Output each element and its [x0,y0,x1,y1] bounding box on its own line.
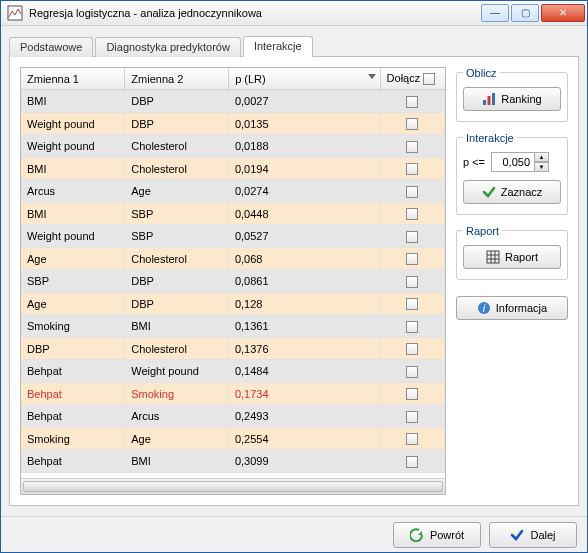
cell-zmienna1: Weight pound [21,113,125,135]
cell-zmienna1: Behpat [21,360,125,382]
cell-zmienna1: DBP [21,338,125,360]
svg-rect-1 [483,100,486,105]
row-checkbox[interactable] [406,456,418,468]
check-blue-icon [510,528,524,542]
cell-dolacz [380,383,445,405]
col-header-zmienna2[interactable]: Zmienna 2 [125,68,229,90]
cell-p: 0,1376 [228,338,379,360]
cell-dolacz [380,360,445,382]
table-row[interactable]: BehpatArcus0,2493 [21,405,445,428]
cell-dolacz [380,225,445,247]
row-checkbox[interactable] [406,433,418,445]
col-header-p[interactable]: p (LR) [229,68,380,90]
table-row[interactable]: Weight poundDBP0,0135 [21,113,445,136]
p-threshold-input[interactable] [491,152,535,172]
cell-zmienna2: DBP [125,90,229,112]
row-checkbox[interactable] [406,118,418,130]
row-checkbox[interactable] [406,96,418,108]
tab-strip: Podstawowe Diagnostyka predyktorów Inter… [9,35,579,57]
spinner-down[interactable]: ▼ [535,162,549,172]
table-row[interactable]: BehpatSmoking0,1734 [21,383,445,406]
cell-p: 0,0274 [228,180,379,202]
spinner-up[interactable]: ▲ [535,152,549,162]
legend-interakcje: Interakcje [463,132,517,144]
check-icon [482,185,496,199]
cell-dolacz [380,338,445,360]
row-checkbox[interactable] [406,253,418,265]
row-checkbox[interactable] [406,298,418,310]
row-checkbox[interactable] [406,411,418,423]
row-checkbox[interactable] [406,388,418,400]
table-row[interactable]: AgeDBP0,128 [21,293,445,316]
table-row[interactable]: Weight poundCholesterol0,0188 [21,135,445,158]
cell-zmienna2: SBP [125,203,229,225]
informacja-button[interactable]: i Informacja [456,296,568,320]
table-row[interactable]: BMICholesterol0,0194 [21,158,445,181]
row-checkbox[interactable] [406,186,418,198]
back-button[interactable]: Powrót [393,522,481,548]
cell-zmienna1: BMI [21,203,125,225]
info-icon: i [477,301,491,315]
cell-zmienna2: BMI [125,450,229,472]
next-button[interactable]: Dalej [489,522,577,548]
cell-dolacz [380,203,445,225]
cell-zmienna1: Behpat [21,383,125,405]
row-checkbox[interactable] [406,321,418,333]
scrollbar-thumb[interactable] [23,481,443,492]
col-header-dolacz[interactable]: Dołącz [380,68,445,90]
tab-diagnostyka[interactable]: Diagnostyka predyktorów [95,37,241,57]
table-row[interactable]: DBPCholesterol0,1376 [21,338,445,361]
window-buttons: — ▢ ✕ [481,4,585,22]
group-interakcje: Interakcje p <= ▲ ▼ Zaznacz [456,132,568,215]
ranking-button[interactable]: Ranking [463,87,561,111]
table-row[interactable]: AgeCholesterol0,068 [21,248,445,271]
cell-zmienna2: Age [125,180,229,202]
table-row[interactable]: SmokingAge0,2554 [21,428,445,451]
cell-p: 0,0861 [228,270,379,292]
cell-zmienna2: DBP [125,113,229,135]
table-row[interactable]: ArcusAge0,0274 [21,180,445,203]
minimize-button[interactable]: — [481,4,509,22]
cell-zmienna2: BMI [125,315,229,337]
cell-zmienna2: Cholesterol [125,248,229,270]
header-checkbox[interactable] [423,73,435,85]
row-checkbox[interactable] [406,163,418,175]
maximize-button[interactable]: ▢ [511,4,539,22]
tab-interakcje[interactable]: Interakcje [243,36,313,57]
svg-rect-3 [492,93,495,105]
table-row[interactable]: SmokingBMI0,1361 [21,315,445,338]
p-threshold-label: p <= [463,156,485,168]
legend-oblicz: Oblicz [463,67,500,79]
cell-p: 0,3099 [228,450,379,472]
table-row[interactable]: BehpatBMI0,3099 [21,450,445,473]
row-checkbox[interactable] [406,231,418,243]
row-checkbox[interactable] [406,276,418,288]
p-threshold-spinner[interactable]: ▲ ▼ [491,152,549,172]
raport-button[interactable]: Raport [463,245,561,269]
table-row[interactable]: SBPDBP0,0861 [21,270,445,293]
cell-p: 0,0027 [228,90,379,112]
table-row[interactable]: BMISBP0,0448 [21,203,445,226]
table-row[interactable]: Weight poundSBP0,0527 [21,225,445,248]
svg-rect-2 [488,96,491,105]
cell-dolacz [380,90,445,112]
col-header-zmienna1[interactable]: Zmienna 1 [21,68,125,90]
row-checkbox[interactable] [406,141,418,153]
table-row[interactable]: BehpatWeight pound0,1484 [21,360,445,383]
cell-dolacz [380,135,445,157]
cell-p: 0,0194 [228,158,379,180]
zaznacz-button[interactable]: Zaznacz [463,180,561,204]
sort-indicator-asc-icon [368,74,376,79]
close-button[interactable]: ✕ [541,4,585,22]
row-checkbox[interactable] [406,366,418,378]
cell-zmienna1: SBP [21,270,125,292]
row-checkbox[interactable] [406,343,418,355]
cell-zmienna2: Weight pound [125,360,229,382]
tab-podstawowe[interactable]: Podstawowe [9,37,93,57]
horizontal-scrollbar[interactable] [21,478,445,494]
row-checkbox[interactable] [406,208,418,220]
table-body: BMIDBP0,0027Weight poundDBP0,0135Weight … [21,90,445,478]
table-row[interactable]: BMIDBP0,0027 [21,90,445,113]
cell-zmienna1: BMI [21,158,125,180]
cell-dolacz [380,405,445,427]
